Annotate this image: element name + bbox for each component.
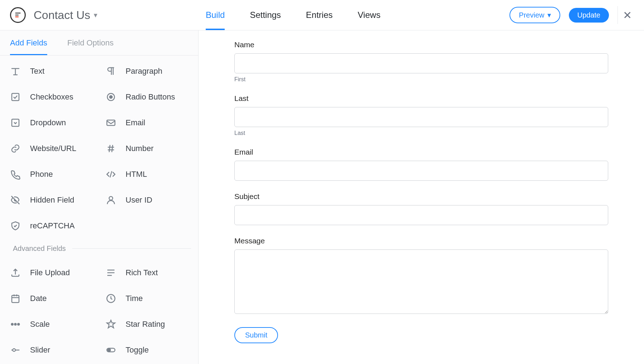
form-field-message[interactable]: Message [234, 237, 608, 316]
svg-rect-9 [12, 295, 19, 302]
slider-icon [9, 344, 21, 356]
name-last-input[interactable] [234, 107, 608, 127]
hidden-icon [9, 194, 21, 206]
caret-down-icon: ▾ [547, 11, 551, 19]
field-type-label: Dropdown [30, 118, 66, 127]
field-type-label: Hidden Field [30, 195, 74, 205]
svg-point-8 [109, 196, 113, 200]
field-type-shield[interactable]: reCAPTCHA [4, 217, 99, 234]
subject-input[interactable] [234, 205, 608, 225]
tab-entries[interactable]: Entries [306, 0, 333, 30]
form-field-name[interactable]: Name First [234, 40, 608, 83]
form-field-subject[interactable]: Subject [234, 192, 608, 225]
field-type-email[interactable]: Email [99, 114, 195, 131]
form-canvas: Name First Last Last Email Subject Messa… [199, 30, 644, 364]
message-label: Message [234, 237, 608, 245]
svg-point-12 [15, 324, 16, 325]
svg-rect-3 [12, 93, 19, 101]
field-type-phone[interactable]: Phone [4, 166, 99, 183]
field-type-hidden[interactable]: Hidden Field [4, 191, 99, 209]
field-type-slider[interactable]: Slider [4, 341, 99, 359]
close-icon: ✕ [623, 9, 632, 21]
preview-label: Preview [519, 11, 544, 19]
tab-build[interactable]: Build [206, 0, 225, 30]
submit-button[interactable]: Submit [234, 327, 278, 343]
star-icon [105, 318, 117, 330]
close-button[interactable]: ✕ [618, 6, 634, 24]
top-actions: Preview ▾ Update ✕ [509, 6, 634, 24]
field-type-link[interactable]: Website/URL [4, 140, 99, 157]
svg-rect-7 [107, 120, 115, 126]
name-first-input[interactable] [234, 53, 608, 73]
field-type-radio[interactable]: Radio Buttons [99, 88, 195, 106]
dropdown-icon [9, 117, 21, 129]
radio-icon [105, 91, 117, 103]
field-type-label: Date [30, 294, 47, 303]
message-textarea[interactable] [234, 249, 608, 314]
subject-label: Subject [234, 192, 608, 201]
field-type-richtext[interactable]: Rich Text [99, 264, 195, 281]
caret-down-icon: ▾ [94, 11, 97, 19]
logo[interactable] [10, 7, 34, 23]
field-type-label: Radio Buttons [126, 92, 175, 102]
form-field-email[interactable]: Email [234, 148, 608, 181]
svg-rect-6 [12, 119, 19, 126]
scale-icon [9, 318, 21, 330]
time-icon [105, 292, 117, 305]
field-type-code[interactable]: HTML [99, 166, 195, 183]
field-type-toggle[interactable]: Toggle [99, 341, 195, 359]
field-type-label: Phone [30, 170, 53, 179]
update-button[interactable]: Update [569, 8, 609, 23]
name-last-sublabel: Last [234, 130, 608, 136]
tab-views[interactable]: Views [358, 0, 381, 30]
field-type-label: Text [30, 67, 44, 76]
field-type-paragraph[interactable]: Paragraph [99, 63, 195, 80]
top-bar: Contact Us ▾ Build Settings Entries View… [0, 0, 644, 30]
sidebar-tab-add-fields[interactable]: Add Fields [10, 30, 47, 55]
field-type-label: HTML [126, 170, 147, 179]
field-type-star[interactable]: Star Rating [99, 316, 195, 333]
field-type-label: Website/URL [30, 144, 76, 153]
field-type-label: User ID [126, 195, 152, 205]
email-label: Email [234, 148, 608, 156]
field-type-upload[interactable]: File Upload [4, 264, 99, 281]
sidebar-tab-field-options[interactable]: Field Options [67, 30, 114, 55]
advanced-fields-grid: File UploadRich TextDateTimeScaleStar Ra… [0, 257, 198, 364]
field-type-user[interactable]: User ID [99, 191, 195, 209]
phone-icon [9, 168, 21, 180]
field-type-label: Number [126, 144, 153, 153]
field-type-time[interactable]: Time [99, 290, 195, 307]
field-type-dropdown[interactable]: Dropdown [4, 114, 99, 131]
date-icon [9, 292, 21, 305]
user-icon [105, 194, 117, 206]
field-type-label: Toggle [126, 345, 149, 355]
field-type-date[interactable]: Date [4, 290, 99, 307]
field-type-label: Rich Text [126, 268, 158, 277]
field-type-label: Paragraph [126, 67, 162, 76]
code-icon [105, 168, 117, 180]
tab-settings[interactable]: Settings [250, 0, 281, 30]
text-icon [9, 65, 21, 77]
svg-point-5 [109, 96, 112, 98]
field-type-scale[interactable]: Scale [4, 316, 99, 333]
form-title-dropdown[interactable]: Contact Us ▾ [34, 9, 97, 22]
form-field-last[interactable]: Last Last [234, 94, 608, 136]
name-first-sublabel: First [234, 76, 608, 83]
richtext-icon [105, 267, 117, 279]
sidebar: Add Fields Field Options TextParagraphCh… [0, 30, 199, 364]
paragraph-icon [105, 65, 117, 77]
field-type-checkbox[interactable]: Checkboxes [4, 88, 99, 106]
field-type-hash[interactable]: Number [99, 140, 195, 157]
advanced-fields-label: Advanced Fields [13, 244, 66, 253]
field-type-label: Time [126, 294, 143, 303]
svg-point-14 [13, 349, 16, 351]
preview-button[interactable]: Preview ▾ [509, 7, 560, 23]
field-type-label: Star Rating [126, 320, 165, 329]
svg-rect-2 [15, 16, 19, 18]
field-type-text[interactable]: Text [4, 63, 99, 80]
field-type-label: Email [126, 118, 145, 127]
email-input[interactable] [234, 161, 608, 181]
last-label: Last [234, 94, 608, 103]
link-icon [9, 142, 21, 155]
toggle-icon [105, 344, 117, 356]
